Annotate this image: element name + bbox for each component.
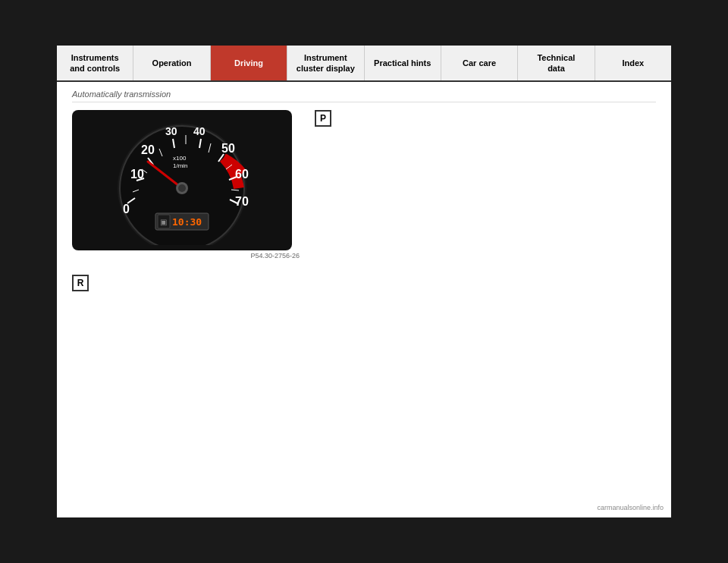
content-area: Instrumentsand controls Operation Drivin… [57, 46, 671, 517]
svg-text:50: 50 [221, 142, 235, 155]
svg-text:x100: x100 [173, 155, 187, 162]
section-title: Automatically transmission [72, 90, 656, 102]
p-badge: P [315, 110, 331, 127]
r-badge: R [72, 275, 89, 291]
tab-index[interactable]: Index [595, 46, 671, 80]
svg-text:10:30: 10:30 [172, 216, 202, 228]
svg-text:40: 40 [193, 125, 206, 137]
left-column: 0 10 20 30 40 [72, 110, 300, 259]
r-section: R [72, 275, 656, 297]
two-col-layout: 0 10 20 30 40 [72, 110, 656, 259]
tachometer-svg: 0 10 20 30 40 [83, 116, 281, 245]
svg-text:60: 60 [235, 168, 249, 181]
bottom-section: R [72, 275, 656, 297]
right-column: P [315, 110, 656, 259]
tab-practical-hints[interactable]: Practical hints [365, 46, 441, 80]
nav-tabs: Instrumentsand controls Operation Drivin… [57, 46, 671, 82]
tab-instrument-cluster[interactable]: Instrumentcluster display [287, 46, 364, 80]
svg-text:70: 70 [235, 195, 249, 208]
image-caption: P54.30-2756-26 [72, 252, 300, 259]
p-section: P [315, 110, 656, 133]
svg-text:20: 20 [141, 143, 155, 156]
tab-driving[interactable]: Driving [211, 46, 287, 80]
main-content: Automatically transmission [57, 82, 671, 320]
tachometer-image: 0 10 20 30 40 [72, 110, 292, 250]
svg-text:1/min: 1/min [173, 162, 188, 169]
tab-operation[interactable]: Operation [133, 46, 210, 80]
page-container: Instrumentsand controls Operation Drivin… [0, 0, 728, 563]
watermark: carmanualsonline.info [597, 504, 664, 511]
svg-text:30: 30 [165, 125, 177, 137]
svg-text:0: 0 [123, 203, 130, 215]
tab-instruments[interactable]: Instrumentsand controls [57, 46, 133, 80]
svg-point-29 [178, 184, 186, 192]
svg-text:▣: ▣ [160, 218, 167, 226]
tab-technical-data[interactable]: Technicaldata [518, 46, 595, 80]
tab-car-care[interactable]: Car care [441, 46, 518, 80]
